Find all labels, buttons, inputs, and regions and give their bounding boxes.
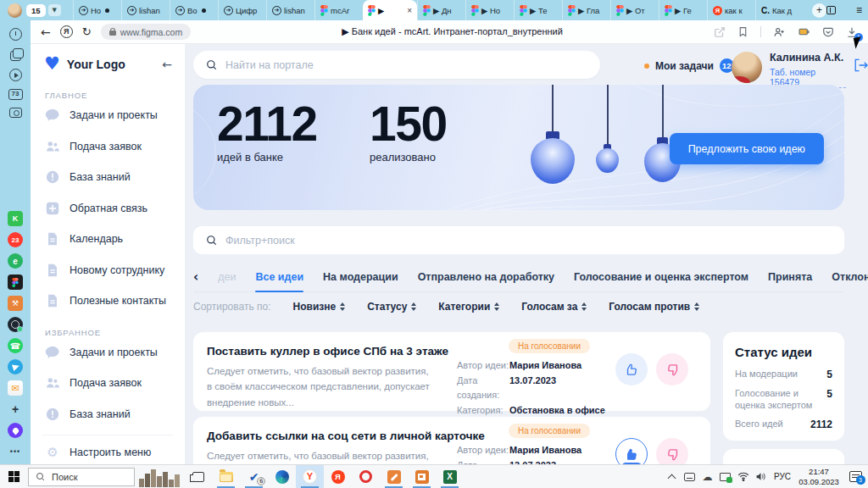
collections-icon[interactable]: [10, 51, 21, 61]
avatar[interactable]: [732, 52, 762, 83]
tab-accepted[interactable]: Принята: [768, 263, 812, 291]
check-app-button[interactable]: ✔6: [240, 465, 268, 488]
tab-close-icon[interactable]: ×: [407, 6, 412, 15]
extension-icon[interactable]: [798, 26, 810, 37]
yandex-mail-icon[interactable]: ✉: [8, 380, 23, 396]
notification-center-button[interactable]: 3: [843, 465, 868, 488]
browser-tab[interactable]: ▶ Но: [465, 0, 514, 20]
portal-search[interactable]: [193, 51, 600, 79]
search-input[interactable]: [225, 59, 587, 71]
browser-tab[interactable]: ➔Цифр: [218, 0, 266, 20]
opera-button[interactable]: [352, 465, 380, 488]
browser-menu-icon[interactable]: ≡: [856, 5, 862, 15]
excel-button[interactable]: X: [436, 465, 464, 488]
browser-tab[interactable]: ➔lishan: [266, 0, 314, 20]
thumbs-down-button[interactable]: [656, 353, 688, 385]
taskbar-search[interactable]: Поиск: [28, 468, 135, 486]
chart-app-button[interactable]: [408, 465, 436, 488]
tab-voting[interactable]: Голосование и оценка экспертом: [574, 263, 748, 291]
share-icon[interactable]: [714, 26, 726, 38]
browser-tab[interactable]: ▶ Ге: [659, 0, 707, 20]
history-icon[interactable]: [9, 28, 22, 41]
add-user-icon[interactable]: [773, 26, 786, 38]
browser-tab[interactable]: ➔Но: [73, 0, 121, 20]
display-status-button[interactable]: [716, 465, 734, 488]
yandex-app-button[interactable]: Я: [324, 465, 352, 488]
figma-app-icon[interactable]: [8, 274, 23, 290]
tab-all-ideas[interactable]: Все идеи: [255, 263, 303, 291]
logout-icon[interactable]: [854, 58, 868, 72]
side-panel-icon[interactable]: [826, 6, 836, 14]
idea-card[interactable]: Добавить ссылки на соц сети в личной кар…: [193, 417, 710, 464]
tab-counter[interactable]: 15: [26, 4, 46, 17]
thumbs-up-button[interactable]: [615, 353, 648, 385]
volume-button[interactable]: [752, 465, 770, 488]
pocket-icon[interactable]: [822, 26, 834, 38]
browser-tab[interactable]: ▶ От: [610, 0, 659, 20]
sidebar-item-newcomer[interactable]: Новому сотруднику: [31, 255, 185, 286]
user-box[interactable]: Калинина А.К. Таб. номер 156479: [732, 52, 868, 89]
sidebar-fav-requests[interactable]: Подача заявок: [31, 368, 185, 399]
bookmark-icon[interactable]: [737, 26, 748, 37]
sidebar-item-calendar[interactable]: Календарь: [31, 224, 185, 255]
sidebar-item-feedback[interactable]: Обратная связь: [31, 193, 185, 225]
partial-tab[interactable]: деи: [218, 271, 236, 283]
back-icon[interactable]: ←: [41, 25, 51, 39]
whatsapp-icon[interactable]: ☎: [8, 338, 23, 353]
touch-keyboard-button[interactable]: [681, 465, 698, 488]
tabs-count-icon[interactable]: 73: [8, 89, 23, 100]
browser-tab[interactable]: Якак к: [707, 0, 755, 20]
new-tab-button[interactable]: +: [812, 3, 826, 18]
tab-declined[interactable]: Отклонено: [832, 263, 868, 291]
yandex-home-icon[interactable]: Я: [60, 25, 73, 38]
sort-novelty[interactable]: Новизне: [293, 301, 346, 313]
browser-tab[interactable]: ➔lishan: [121, 0, 170, 20]
tool-app-button[interactable]: [380, 465, 408, 488]
telegram-icon[interactable]: [8, 359, 23, 374]
video-icon[interactable]: [9, 69, 22, 81]
sidebar-item-requests[interactable]: Подача заявок: [31, 131, 185, 163]
idea-title[interactable]: Добавить ссылки на соц сети в личной кар…: [207, 430, 485, 442]
browser-tab[interactable]: ▶ Те: [514, 0, 562, 20]
browser-tab[interactable]: mcAr: [314, 0, 363, 20]
filter-input[interactable]: [225, 235, 832, 247]
reload-icon[interactable]: ↻: [82, 25, 92, 38]
tabs-scroll-left-icon[interactable]: ‹: [193, 271, 198, 284]
propose-idea-button[interactable]: Предложить свою идею: [670, 133, 824, 164]
tray-expand-button[interactable]: [663, 465, 681, 488]
tab-moderation[interactable]: На модерации: [323, 263, 398, 291]
address-bar[interactable]: www.figma.com: [101, 24, 192, 40]
tab-list-chevron-icon[interactable]: ▼: [48, 4, 61, 16]
sidebar-item-contacts[interactable]: Полезные контакты: [31, 286, 185, 317]
news-widget[interactable]: [135, 466, 184, 488]
browser-tab[interactable]: C.Как д: [755, 0, 804, 20]
more-icon[interactable]: •••: [8, 444, 23, 459]
sidebar-fav-knowledge[interactable]: База знаний: [31, 399, 185, 430]
add-panel-icon[interactable]: +: [8, 402, 23, 417]
browser-tab[interactable]: ▶ Дн: [417, 0, 465, 20]
tab-sent-rework[interactable]: Отправлено на доработку: [418, 263, 554, 291]
sidebar-item-knowledge[interactable]: База знаний: [31, 162, 185, 193]
sort-category[interactable]: Категории: [438, 301, 499, 313]
screenshot-icon[interactable]: [9, 108, 22, 118]
thumbs-up-button-voted[interactable]: 142: [615, 438, 648, 464]
file-explorer-button[interactable]: [212, 465, 240, 488]
network-button[interactable]: [734, 465, 752, 488]
browser-tab[interactable]: ▶ Гла: [562, 0, 610, 20]
browser-tab[interactable]: ➔Во: [170, 0, 218, 20]
onedrive-button[interactable]: ☁: [698, 465, 716, 488]
browser-profile-avatar[interactable]: [8, 3, 22, 18]
extension-k-icon[interactable]: K: [8, 211, 23, 226]
thumbs-down-button[interactable]: [656, 438, 688, 464]
alisa-icon[interactable]: [8, 423, 23, 438]
messenger-icon[interactable]: [8, 317, 23, 332]
edge-button[interactable]: [268, 465, 296, 488]
language-indicator[interactable]: РУС: [770, 472, 795, 481]
sort-votes-for[interactable]: Голосам за: [521, 301, 587, 313]
tool-app-icon[interactable]: ⚒: [8, 296, 23, 311]
sidebar-item-settings[interactable]: ⚙Настроить меню: [31, 437, 185, 464]
mail-unread-badge[interactable]: 23: [8, 232, 23, 247]
sidebar-fav-tasks[interactable]: Задачи и проекты: [31, 337, 185, 369]
idea-title[interactable]: Поставить куллер в офисе СПб на 3 этаже: [207, 345, 448, 358]
sort-votes-against[interactable]: Голосам против: [609, 301, 699, 313]
